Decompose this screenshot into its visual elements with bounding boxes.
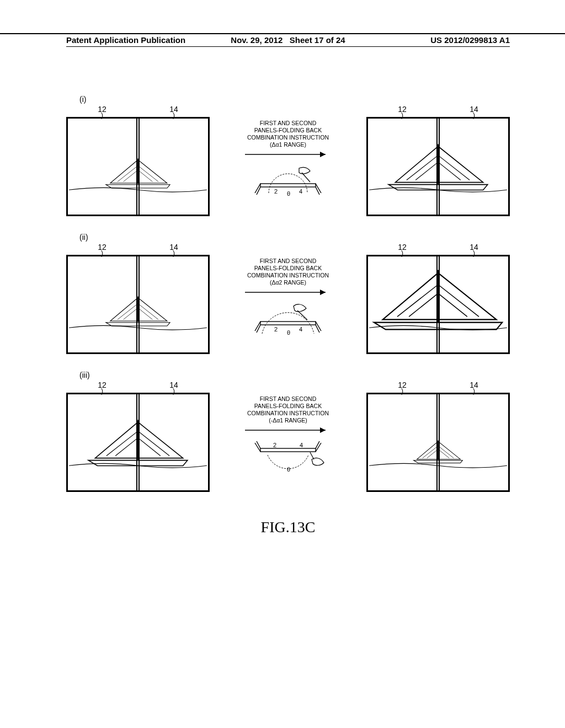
dual-panel-display (366, 117, 510, 216)
svg-rect-2 (260, 184, 316, 187)
header-publication: Patent Application Publication (66, 35, 214, 45)
instr-line1: FIRST AND SECOND (247, 120, 329, 127)
instr-line3: COMBINATION INSTRUCTION (247, 410, 329, 417)
svg-rect-7 (260, 322, 316, 325)
figure-row-i: (i) 12 14 )) (66, 105, 510, 216)
hinge-no-4: 4 (299, 326, 302, 333)
arrow-right-icon (244, 149, 332, 159)
theta-label: θ (287, 190, 290, 197)
instr-line2: PANELS-FOLDING BACK (247, 127, 329, 134)
svg-line-13 (310, 452, 314, 459)
instr-range: (-Δα1 RANGE) (247, 417, 329, 424)
figure-row-ii: (ii) 12 14 )) (66, 243, 510, 354)
figure-caption: FIG.13C (66, 518, 510, 536)
page-header: Patent Application Publication Nov. 29, … (0, 33, 565, 45)
panel-before-iii: 12 14 )) (66, 381, 210, 492)
dual-panel-display (66, 393, 210, 492)
theta-label: θ (287, 466, 290, 473)
header-pubno: US 2012/0299813 A1 (362, 35, 510, 45)
header-rule (66, 46, 510, 47)
arrow-right-icon (244, 287, 332, 297)
header-date: Nov. 29, 2012 (231, 35, 282, 45)
panel-after-i: 12 14 )) (366, 105, 510, 216)
roman-ii: (ii) (79, 233, 88, 242)
sailboat-graphic-small (68, 264, 208, 345)
instr-line2: PANELS-FOLDING BACK (247, 265, 329, 272)
sailboat-graphic-tiny (368, 402, 508, 483)
hinge-angle-diagram-ii: 2 4 θ (247, 301, 329, 339)
instr-line2: PANELS-FOLDING BACK (247, 403, 329, 410)
instruction-block-i: FIRST AND SECOND PANELS-FOLDING BACK COM… (210, 120, 366, 202)
hinge-no-2: 2 (274, 326, 278, 333)
header-sheet: Sheet 17 of 24 (290, 35, 345, 45)
svg-rect-12 (260, 448, 316, 452)
instr-line3: COMBINATION INSTRUCTION (247, 272, 329, 279)
hinge-no-2: 2 (274, 188, 278, 195)
sailboat-graphic-large (368, 264, 508, 345)
panel-after-ii: 12 14 )) (366, 243, 510, 354)
dual-panel-display (366, 255, 510, 354)
panel-after-iii: 12 14 )) (366, 381, 510, 492)
header-date-sheet: Nov. 29, 2012 Sheet 17 of 24 (214, 35, 362, 45)
panel-before-i: 12 14 )) (66, 105, 210, 216)
dual-panel-display (66, 117, 210, 216)
sailboat-graphic-med (368, 126, 508, 207)
panel-before-ii: 12 14 )) (66, 243, 210, 354)
dual-panel-display (66, 255, 210, 354)
instr-line3: COMBINATION INSTRUCTION (247, 134, 329, 141)
hinge-no-4: 4 (300, 442, 303, 448)
sailboat-graphic-med (68, 402, 208, 483)
instruction-block-iii: FIRST AND SECOND PANELS-FOLDING BACK COM… (210, 395, 366, 478)
instruction-block-ii: FIRST AND SECOND PANELS-FOLDING BACK COM… (210, 258, 366, 340)
instr-range: (Δα1 RANGE) (247, 141, 329, 148)
instr-line1: FIRST AND SECOND (247, 395, 329, 403)
roman-i: (i) (79, 95, 86, 104)
hinge-angle-diagram-iii: 2 4 θ (247, 438, 329, 477)
instr-range: (Δα2 RANGE) (247, 279, 329, 286)
hinge-no-4: 4 (299, 188, 302, 195)
figure-13c: (i) 12 14 )) (66, 105, 510, 536)
sailboat-graphic-small (68, 126, 208, 207)
hinge-no-2: 2 (273, 442, 276, 448)
dual-panel-display (366, 393, 510, 492)
theta-label: θ (287, 329, 290, 336)
hinge-angle-diagram-i: 2 4 θ (247, 163, 329, 201)
figure-row-iii: (iii) 12 14 )) (66, 381, 510, 492)
roman-iii: (iii) (79, 371, 90, 379)
arrow-right-icon (244, 425, 332, 435)
instr-line1: FIRST AND SECOND (247, 258, 329, 265)
